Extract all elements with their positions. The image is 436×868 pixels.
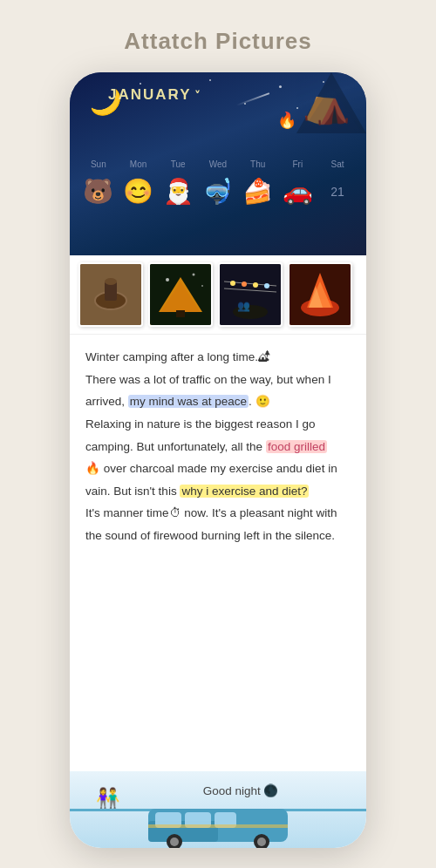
svg-point-18 <box>253 282 258 288</box>
good-night-text: Good night 🌑 <box>203 783 279 797</box>
bottom-illustration: 👫 Good night 🌑 <box>70 771 366 848</box>
journal-line-1: Winter camping after a long time.🏕 <box>85 347 351 368</box>
journal-line-2b: arrived, my mind was at peace. 🙂 <box>85 391 351 412</box>
journal-line-5a: It's manner time⏱ now. It's a pleasant n… <box>85 503 351 524</box>
journal-line-3a: Relaxing in nature is the biggest reason… <box>85 414 351 435</box>
svg-marker-1 <box>301 85 362 133</box>
svg-rect-9 <box>176 310 185 317</box>
van-illustration <box>140 800 296 848</box>
cal-item-2[interactable]: 🎅 <box>162 177 194 206</box>
svg-point-33 <box>170 837 179 846</box>
day-wed: Wed <box>202 159 234 169</box>
svg-point-12 <box>201 285 203 287</box>
people-silhouettes-icon: 👫 <box>96 787 119 810</box>
day-fri: Fri <box>282 159 313 169</box>
day-tue: Tue <box>162 159 194 169</box>
month-label[interactable]: JANUARY˅ <box>108 86 202 104</box>
day-mon: Mon <box>123 159 154 169</box>
svg-point-16 <box>230 281 235 286</box>
highlight-food-grilled: food grilled <box>266 440 327 453</box>
photo-4-preview <box>290 264 351 325</box>
highlight-exercise-diet: why i exercise and diet? <box>180 485 309 498</box>
highlight-peace: my mind was at peace <box>128 395 249 408</box>
journal-line-5b: the sound of firewood burning left in th… <box>85 526 351 546</box>
photo-strip: 👥 <box>70 255 366 335</box>
cal-item-4[interactable]: 🍰 <box>242 177 274 206</box>
photo-1-preview <box>80 264 141 325</box>
svg-point-10 <box>166 278 169 281</box>
journal-content: Winter camping after a long time.🏕 There… <box>70 335 366 771</box>
tree-silhouette-icon <box>296 72 366 133</box>
journal-line-3b: camping. But unfortunately, all the food… <box>85 437 351 458</box>
calendar-day-labels: Sun Mon Tue Wed Thu Fri Sat <box>70 159 366 169</box>
journal-line-4a: 🔥 over charcoal made my exercise andu di… <box>85 458 351 479</box>
cal-item-1[interactable]: 😊 <box>123 177 154 206</box>
svg-text:👥: 👥 <box>237 299 250 312</box>
cal-item-3[interactable]: 🤿 <box>202 177 234 206</box>
page-title: Attatch Pictures <box>124 28 311 55</box>
photo-2-preview <box>150 264 211 325</box>
day-sun: Sun <box>83 159 114 169</box>
svg-point-19 <box>264 283 269 288</box>
day-sat: Sat <box>322 159 353 169</box>
svg-point-11 <box>193 274 195 276</box>
photo-1[interactable] <box>78 262 143 327</box>
cal-item-5[interactable]: 🚗 <box>282 177 313 206</box>
phone-mockup: 🌙 JANUARY˅ ⛺ 🔥 Sun Mon Tue Wed Thu Fri S… <box>70 72 366 848</box>
photo-3-preview: 👥 <box>220 264 281 325</box>
photo-2[interactable] <box>148 262 213 327</box>
calendar-emoji-row: 🐻 😊 🎅 🤿 🍰 🚗 21 <box>70 177 366 206</box>
cal-item-0[interactable]: 🐻 <box>83 177 114 206</box>
svg-point-17 <box>242 281 247 287</box>
journal-line-2: There was a lot of traffic on the way, b… <box>85 370 351 390</box>
photo-4[interactable] <box>288 262 352 327</box>
journal-line-4b: vain. But isn't this why i exercise and … <box>85 481 351 502</box>
campfire-icon: 🔥 <box>277 111 296 130</box>
svg-rect-36 <box>148 824 288 828</box>
calendar-header: 🌙 JANUARY˅ ⛺ 🔥 Sun Mon Tue Wed Thu Fri S… <box>70 72 366 255</box>
photo-3[interactable]: 👥 <box>218 262 283 327</box>
svg-point-5 <box>105 278 117 285</box>
svg-point-35 <box>257 837 266 846</box>
day-thu: Thu <box>242 159 274 169</box>
cal-item-6[interactable]: 21 <box>322 185 353 199</box>
